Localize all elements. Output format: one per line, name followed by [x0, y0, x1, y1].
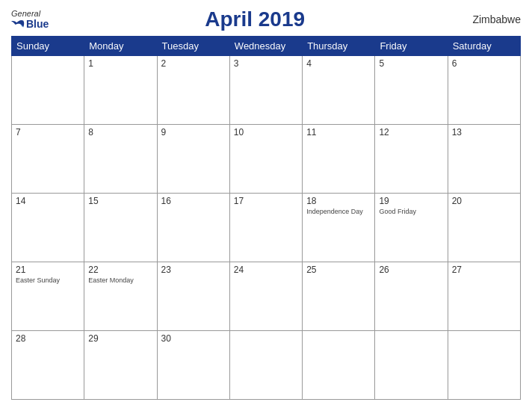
- holiday-label: Easter Monday: [88, 276, 152, 284]
- calendar-cell: 7: [12, 125, 84, 194]
- calendar-cell: 6: [448, 56, 520, 125]
- week-row-3: 1415161718Independence Day19Good Friday2…: [12, 194, 521, 262]
- day-number: 16: [161, 196, 226, 206]
- calendar-cell: 22Easter Monday: [84, 262, 157, 331]
- calendar-cell: 20: [448, 194, 520, 262]
- holiday-label: Good Friday: [379, 208, 443, 215]
- calendar-cell: 11: [303, 125, 375, 194]
- day-number: 9: [161, 127, 226, 137]
- calendar-cell: 18Independence Day: [303, 194, 375, 262]
- day-number: 26: [379, 265, 443, 275]
- calendar-cell: 13: [448, 125, 520, 194]
- logo: General Blue: [11, 9, 49, 30]
- day-number: 17: [234, 196, 298, 206]
- day-number: 21: [16, 265, 80, 275]
- calendar-cell: 3: [229, 56, 302, 125]
- day-number: 10: [234, 127, 298, 137]
- day-number: 27: [452, 265, 516, 275]
- day-number: 29: [88, 333, 152, 344]
- logo-general-text: General: [11, 9, 40, 18]
- calendar-cell: 24: [229, 262, 302, 331]
- calendar-cell: 1: [84, 56, 157, 125]
- week-row-1: 123456: [12, 56, 521, 125]
- calendar-cell: 12: [375, 125, 448, 194]
- calendar-cell: [303, 331, 375, 400]
- weekday-header-thursday: Thursday: [303, 37, 375, 56]
- page-header: General Blue April 2019 Zimbabwe: [11, 7, 521, 31]
- week-row-2: 78910111213: [12, 125, 521, 194]
- calendar-cell: 30: [157, 331, 229, 400]
- day-number: 12: [379, 127, 443, 137]
- day-number: 11: [306, 127, 371, 137]
- calendar-cell: 29: [84, 331, 157, 400]
- day-number: 19: [379, 196, 443, 206]
- calendar-cell: 15: [84, 194, 157, 262]
- day-number: 25: [306, 265, 371, 275]
- day-number: 8: [88, 127, 152, 137]
- holiday-label: Easter Sunday: [16, 276, 80, 284]
- calendar-cell: 10: [229, 125, 302, 194]
- day-number: 18: [306, 196, 371, 206]
- weekday-header-friday: Friday: [375, 37, 448, 56]
- calendar-cell: [12, 56, 84, 125]
- weekday-header-saturday: Saturday: [448, 37, 520, 56]
- weekday-header-sunday: Sunday: [12, 37, 84, 56]
- calendar-cell: 25: [303, 262, 375, 331]
- day-number: 2: [161, 58, 226, 69]
- weekday-header-monday: Monday: [84, 37, 157, 56]
- day-number: 3: [234, 58, 298, 69]
- day-number: 14: [16, 196, 80, 206]
- calendar-cell: [229, 331, 302, 400]
- calendar-table: SundayMondayTuesdayWednesdayThursdayFrid…: [11, 36, 521, 400]
- holiday-label: Independence Day: [306, 208, 371, 215]
- calendar-cell: 2: [157, 56, 229, 125]
- calendar-title: April 2019: [205, 7, 305, 31]
- day-number: 23: [161, 265, 226, 275]
- day-number: 4: [306, 58, 371, 69]
- day-number: 6: [452, 58, 516, 69]
- day-number: 30: [161, 333, 226, 344]
- week-row-5: 282930: [12, 331, 521, 400]
- day-number: 5: [379, 58, 443, 69]
- calendar-cell: 19Good Friday: [375, 194, 448, 262]
- day-number: 1: [88, 58, 152, 69]
- calendar-cell: 17: [229, 194, 302, 262]
- week-row-4: 21Easter Sunday22Easter Monday2324252627: [12, 262, 521, 331]
- calendar-cell: 16: [157, 194, 229, 262]
- weekday-header-tuesday: Tuesday: [157, 37, 229, 56]
- day-number: 22: [88, 265, 152, 275]
- calendar-cell: [375, 331, 448, 400]
- calendar-cell: 21Easter Sunday: [12, 262, 84, 331]
- day-number: 24: [234, 265, 298, 275]
- day-number: 20: [452, 196, 516, 206]
- day-number: 13: [452, 127, 516, 137]
- weekday-header-wednesday: Wednesday: [229, 37, 302, 56]
- day-number: 28: [16, 333, 80, 344]
- country-name: Zimbabwe: [461, 13, 521, 25]
- day-number: 15: [88, 196, 152, 206]
- calendar-cell: 23: [157, 262, 229, 331]
- calendar-cell: 8: [84, 125, 157, 194]
- logo-bird-icon: [11, 19, 25, 29]
- calendar-cell: 14: [12, 194, 84, 262]
- calendar-cell: 28: [12, 331, 84, 400]
- calendar-cell: 9: [157, 125, 229, 194]
- calendar-cell: 27: [448, 262, 520, 331]
- calendar-cell: [448, 331, 520, 400]
- calendar-cell: 4: [303, 56, 375, 125]
- calendar-cell: 5: [375, 56, 448, 125]
- weekday-header-row: SundayMondayTuesdayWednesdayThursdayFrid…: [12, 37, 521, 56]
- calendar-cell: 26: [375, 262, 448, 331]
- logo-blue-text: Blue: [11, 18, 49, 30]
- day-number: 7: [16, 127, 80, 137]
